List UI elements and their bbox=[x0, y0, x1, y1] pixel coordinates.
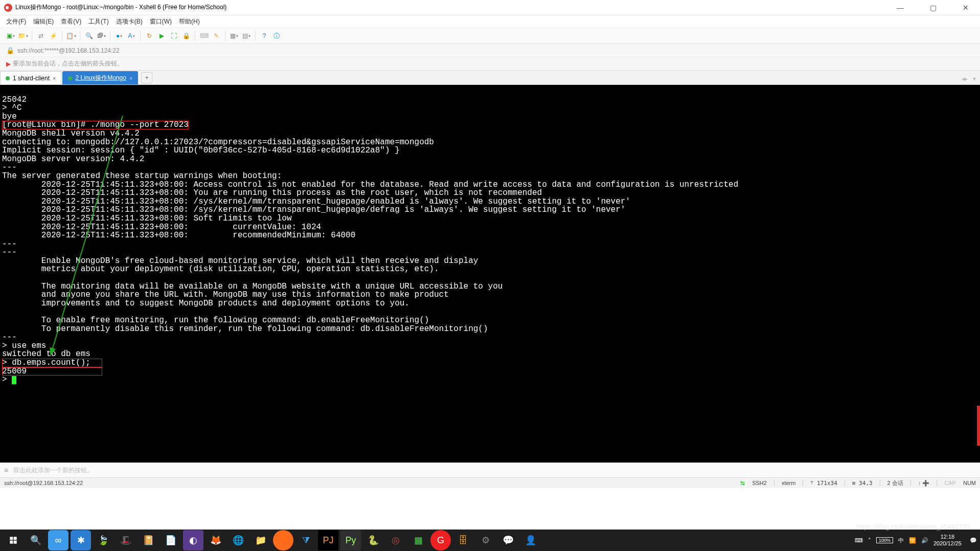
lock-button[interactable]: 🔒 bbox=[181, 31, 191, 40]
menu-file[interactable]: 文件(F) bbox=[6, 17, 26, 26]
terminal-line: metrics about your deployment (disk util… bbox=[2, 265, 439, 274]
taskbar-app-18[interactable]: G bbox=[430, 530, 451, 550]
layout1-button[interactable]: ▦ bbox=[230, 31, 239, 40]
status-dot-icon bbox=[6, 76, 10, 80]
taskbar-app-13[interactable]: PJ bbox=[318, 530, 338, 550]
taskbar-app-1[interactable]: ∞ bbox=[48, 530, 69, 550]
terminal-line: 2020-12-25T11:45:11.323+08:00: recommend… bbox=[2, 231, 355, 240]
copy-button[interactable]: 📋 bbox=[66, 31, 76, 40]
disconnect-button[interactable]: ⚡ bbox=[49, 31, 58, 40]
terminal-line: MongoDB server version: 4.4.2 bbox=[2, 155, 144, 164]
terminal-line: The monitoring data will be available on… bbox=[2, 282, 503, 291]
tab-label: 1 shard-client bbox=[13, 75, 50, 82]
terminal-line: 25042 bbox=[2, 95, 27, 104]
tray-up-icon[interactable]: ˄ bbox=[868, 537, 871, 544]
print-button[interactable]: 🗊 bbox=[97, 31, 106, 40]
taskbar-app-9[interactable]: 🌐 bbox=[228, 530, 248, 550]
svg-rect-3 bbox=[10, 541, 13, 544]
taskbar-app-16[interactable]: ◎ bbox=[385, 530, 406, 550]
tray-keyboard-icon[interactable]: ⌨ bbox=[855, 537, 863, 544]
menu-bar: 文件(F) 编辑(E) 查看(V) 工具(T) 选项卡(B) 窗口(W) 帮助(… bbox=[0, 15, 980, 28]
minimize-button[interactable]: — bbox=[890, 4, 910, 12]
tray-clock[interactable]: 12:18 2020/12/25 bbox=[933, 534, 962, 547]
tray-volume-icon[interactable]: 🔊 bbox=[921, 537, 928, 544]
tray-network-icon[interactable]: 🛜 bbox=[909, 537, 916, 544]
tab-linux-mongo[interactable]: 2 Linux操作Mongo × bbox=[62, 71, 138, 84]
terminal-line: > ^C bbox=[2, 103, 21, 113]
help-button[interactable]: ? bbox=[260, 31, 269, 40]
tray-notifications-icon[interactable]: 💬 bbox=[970, 537, 977, 544]
terminal-line: The server generated these startup warni… bbox=[2, 171, 282, 181]
highlight-button[interactable]: ✎ bbox=[212, 31, 221, 40]
taskbar-app-19[interactable]: 🗄 bbox=[453, 530, 473, 550]
taskbar-app-22[interactable]: 👤 bbox=[520, 530, 541, 550]
system-tray: ⌨ ˄ 100% 中 🛜 🔊 12:18 2020/12/25 💬 bbox=[855, 534, 977, 547]
tab-add-button[interactable]: + bbox=[141, 72, 152, 83]
terminal-line: MongoDB shell version v4.4.2 bbox=[2, 129, 140, 138]
terminal-line: --- bbox=[2, 248, 17, 257]
reconnect-button[interactable]: ⇄ bbox=[36, 31, 45, 40]
menu-tools[interactable]: 工具(T) bbox=[88, 17, 108, 26]
taskbar-app-6[interactable]: 📄 bbox=[161, 530, 181, 550]
layout2-button[interactable]: ▤ bbox=[242, 31, 251, 40]
find-button[interactable]: 🔍 bbox=[84, 31, 94, 40]
taskbar-app-11[interactable] bbox=[273, 530, 293, 550]
terminal-line: Enable MongoDB's free cloud-based monito… bbox=[2, 256, 478, 266]
taskbar-app-3[interactable]: 🍃 bbox=[93, 530, 113, 550]
new-session-button[interactable]: ▣ bbox=[6, 31, 15, 40]
menu-help[interactable]: 帮助(H) bbox=[179, 17, 200, 26]
terminal-line: To enable free monitoring, run the follo… bbox=[2, 316, 429, 325]
tab-close-button[interactable]: × bbox=[53, 75, 56, 81]
quick-button-bar[interactable]: ≡ 双击此处添加一个新的按钮。 bbox=[0, 462, 980, 478]
tray-date: 2020/12/25 bbox=[933, 540, 962, 547]
taskbar-app-20[interactable]: ⚙ bbox=[475, 530, 496, 550]
terminal-line: > db.emps.count(); bbox=[2, 359, 102, 367]
search-button[interactable]: 🔍 bbox=[26, 530, 46, 550]
taskbar-app-14[interactable]: Py bbox=[340, 530, 361, 550]
terminal-line: 2020-12-25T11:45:11.323+08:00: /sys/kern… bbox=[2, 205, 625, 214]
taskbar-app-4[interactable]: 🎩 bbox=[116, 530, 136, 550]
tab-list-button[interactable]: ▾ bbox=[973, 75, 976, 82]
taskbar-app-17[interactable]: ▦ bbox=[408, 530, 428, 550]
status-cursor-pos: 34,3 bbox=[859, 480, 873, 487]
fullscreen-button[interactable]: ⛶ bbox=[169, 31, 178, 40]
tab-shard-client[interactable]: 1 shard-client × bbox=[0, 71, 61, 84]
start-button[interactable] bbox=[3, 530, 24, 550]
terminal-line: 2020-12-25T11:45:11.323+08:00: You are r… bbox=[2, 188, 542, 197]
menu-edit[interactable]: 编辑(E) bbox=[33, 17, 54, 26]
status-size: 171x34 bbox=[817, 480, 837, 487]
address-bar[interactable]: 🔒 ssh://root:******@192.168.153.124:22 bbox=[0, 44, 980, 57]
open-button[interactable]: 📁 bbox=[18, 31, 28, 40]
script-button[interactable]: ▶ bbox=[157, 31, 166, 40]
taskbar-app-15[interactable]: 🐍 bbox=[363, 530, 383, 550]
taskbar-app-21[interactable]: 💬 bbox=[498, 530, 518, 550]
maximize-button[interactable]: ▢ bbox=[923, 4, 943, 12]
taskbar-app-12[interactable]: ⧩ bbox=[295, 530, 316, 550]
status-connection: ssh://root@192.168.153.124:22 bbox=[4, 480, 83, 486]
tray-ime-icon[interactable]: 中 bbox=[898, 537, 904, 544]
taskbar-app-8[interactable]: 🦊 bbox=[206, 530, 226, 550]
font-button[interactable]: A bbox=[127, 31, 136, 40]
window-title: Linux操作Mongo - root@Linux:~/mongo/bin - … bbox=[15, 3, 226, 12]
menu-tabs[interactable]: 选项卡(B) bbox=[116, 17, 143, 26]
tab-prev-button[interactable]: ◂▸ bbox=[962, 75, 968, 82]
terminal-line: 2020-12-25T11:45:11.323+08:00: currentVa… bbox=[2, 223, 321, 232]
terminal-line: --- bbox=[2, 239, 17, 249]
menu-view[interactable]: 查看(V) bbox=[61, 17, 81, 26]
tray-battery-icon[interactable]: 100% bbox=[876, 537, 893, 543]
tab-close-button[interactable]: × bbox=[129, 75, 132, 81]
hamburger-icon[interactable]: ≡ bbox=[4, 466, 8, 474]
color-button[interactable]: ● bbox=[115, 31, 124, 40]
taskbar-app-5[interactable]: 📔 bbox=[138, 530, 158, 550]
taskbar-app-2[interactable]: ✱ bbox=[71, 530, 91, 550]
calc-button[interactable]: ⌨ bbox=[199, 31, 209, 40]
terminal-prompt: > bbox=[2, 375, 12, 384]
info-button[interactable]: ⓘ bbox=[272, 31, 281, 40]
terminal[interactable]: 25042 > ^C bye [root@Linux bin]# ./mongo… bbox=[0, 85, 980, 462]
forward-button[interactable]: ↻ bbox=[145, 31, 154, 40]
taskbar-app-10[interactable]: 📁 bbox=[250, 530, 271, 550]
menu-window[interactable]: 窗口(W) bbox=[150, 17, 172, 26]
terminal-line: > use ems bbox=[2, 341, 46, 350]
close-button[interactable]: ✕ bbox=[955, 4, 976, 12]
taskbar-app-7[interactable]: ◐ bbox=[183, 530, 203, 550]
